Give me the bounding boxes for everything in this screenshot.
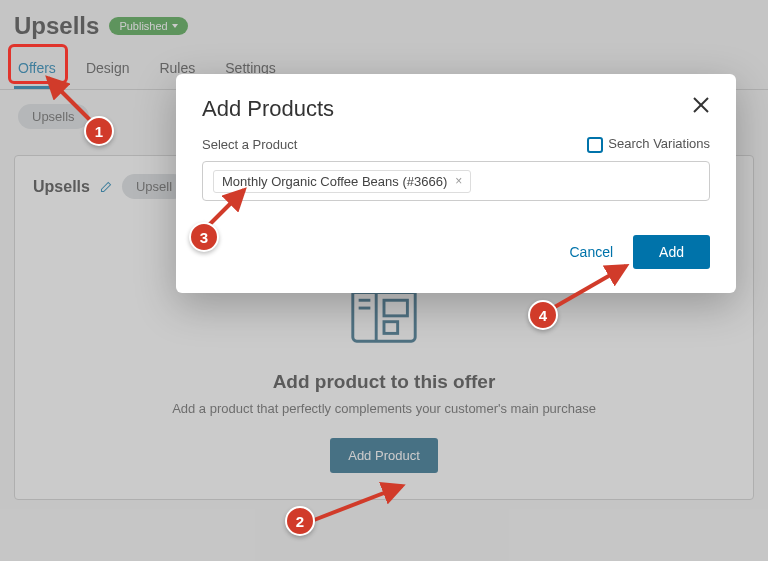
annotation-callout-4: 4 [528, 300, 558, 330]
cancel-button[interactable]: Cancel [569, 244, 613, 260]
modal-labels-row: Select a Product Search Variations [202, 136, 710, 153]
modal-header: Add Products [202, 96, 710, 122]
select-product-label: Select a Product [202, 137, 297, 152]
add-products-modal: Add Products Select a Product Search Var… [176, 74, 736, 293]
selected-product-label: Monthly Organic Coffee Beans (#3666) [222, 174, 447, 189]
add-button[interactable]: Add [633, 235, 710, 269]
product-select-input[interactable]: Monthly Organic Coffee Beans (#3666) × [202, 161, 710, 201]
modal-title: Add Products [202, 96, 334, 122]
search-variations-toggle[interactable]: Search Variations [587, 136, 710, 153]
checkbox-icon [587, 137, 603, 153]
annotation-callout-3: 3 [189, 222, 219, 252]
annotation-callout-2: 2 [285, 506, 315, 536]
selected-product-chip: Monthly Organic Coffee Beans (#3666) × [213, 170, 471, 193]
remove-chip-icon[interactable]: × [455, 174, 462, 188]
modal-footer: Cancel Add [202, 235, 710, 269]
annotation-callout-1: 1 [84, 116, 114, 146]
close-icon[interactable] [692, 96, 710, 114]
